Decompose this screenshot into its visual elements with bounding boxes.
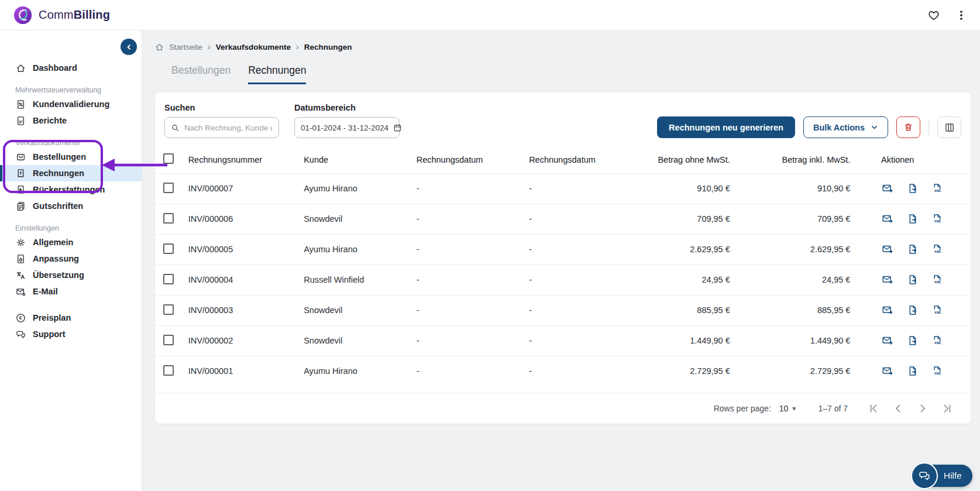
download-xml-button[interactable]: XML bbox=[932, 366, 943, 376]
header-rechnungsdatum-1[interactable]: Rechnungsdatum bbox=[412, 146, 524, 173]
sidebar-item-label: Bestellungen bbox=[33, 152, 86, 162]
export-document-button[interactable] bbox=[907, 366, 918, 376]
sidebar-item-bestellungen[interactable]: Bestellungen bbox=[0, 149, 142, 165]
row-checkbox[interactable] bbox=[163, 365, 174, 376]
breadcrumb-item-startseite[interactable]: Startseite bbox=[169, 43, 202, 51]
bulk-actions-button[interactable]: Bulk Actions bbox=[803, 116, 888, 138]
sidebar-item-label: Übersetzung bbox=[33, 270, 84, 280]
export-document-button[interactable] bbox=[907, 305, 918, 315]
sidebar-item-rueckerstattungen[interactable]: Rückerstattungen bbox=[0, 181, 142, 198]
favorites-heart-icon[interactable] bbox=[927, 9, 940, 22]
date-range-field[interactable]: 01-01-2024 - 31-12-2024 bbox=[294, 117, 400, 138]
invoice-date: - bbox=[412, 234, 524, 265]
delete-button[interactable] bbox=[896, 116, 920, 138]
next-page-button[interactable] bbox=[914, 400, 931, 417]
invoice-number: INV/000002 bbox=[184, 325, 300, 356]
customer-name: Snowdevil bbox=[299, 325, 411, 356]
table-row: INV/000006 Snowdevil - - 709,95 € 709,95… bbox=[155, 204, 971, 234]
sidebar-item-rechnungen[interactable]: € Rechnungen bbox=[0, 165, 142, 181]
previous-page-button[interactable] bbox=[890, 400, 906, 417]
row-checkbox[interactable] bbox=[163, 183, 174, 193]
svg-text:€: € bbox=[19, 315, 22, 321]
search-label: Suchen bbox=[164, 103, 279, 112]
invoice-date: - bbox=[412, 295, 524, 325]
first-page-button[interactable] bbox=[865, 400, 882, 417]
row-checkbox[interactable] bbox=[163, 213, 174, 224]
export-document-button[interactable] bbox=[907, 274, 918, 285]
sidebar-item-support[interactable]: Support bbox=[0, 326, 142, 342]
download-xml-button[interactable]: XML bbox=[932, 274, 943, 285]
send-email-button[interactable] bbox=[882, 274, 893, 285]
amount-net: 885,95 € bbox=[625, 295, 734, 325]
send-email-button[interactable] bbox=[882, 244, 893, 255]
mail-send-icon bbox=[882, 366, 893, 376]
tab-bestellungen[interactable]: Bestellungen bbox=[171, 64, 231, 84]
refund-return-icon bbox=[15, 185, 26, 195]
sidebar-section-settings: Einstellungen bbox=[0, 224, 142, 232]
sidebar-item-uebersetzung[interactable]: Übersetzung bbox=[0, 267, 142, 283]
select-all-checkbox[interactable] bbox=[163, 153, 174, 164]
export-document-button[interactable] bbox=[907, 214, 918, 224]
help-button[interactable]: Hilfe bbox=[913, 465, 972, 487]
download-xml-button[interactable]: XML bbox=[932, 305, 943, 315]
send-email-button[interactable] bbox=[882, 183, 893, 194]
export-document-button[interactable] bbox=[907, 183, 918, 194]
file-export-icon bbox=[907, 214, 918, 224]
mail-send-icon bbox=[882, 305, 893, 315]
page-range-text: 1–7 of 7 bbox=[818, 404, 848, 413]
rows-per-page-label: Rows per page: bbox=[714, 404, 771, 413]
sidebar-item-berichte[interactable]: Berichte bbox=[0, 112, 142, 129]
help-button-label: Hilfe bbox=[944, 471, 962, 480]
sidebar-item-anpassung[interactable]: Anpassung bbox=[0, 250, 142, 267]
amount-gross: 2.729,95 € bbox=[735, 356, 855, 386]
invoice-euro-icon: € bbox=[15, 169, 26, 178]
download-xml-button[interactable]: XML bbox=[932, 335, 943, 346]
row-checkbox[interactable] bbox=[163, 335, 174, 345]
sidebar-collapse-button[interactable] bbox=[121, 39, 137, 55]
send-email-button[interactable] bbox=[882, 214, 893, 224]
sidebar-item-dashboard[interactable]: Dashboard bbox=[0, 60, 142, 76]
column-settings-button[interactable] bbox=[937, 116, 961, 138]
rows-per-page-value: 10 bbox=[779, 404, 789, 413]
header-rechnungsnummer[interactable]: Rechnungsnummer bbox=[184, 146, 300, 173]
send-email-button[interactable] bbox=[882, 335, 893, 346]
amount-gross: 1.449,90 € bbox=[735, 325, 855, 356]
xml-file-icon: XML bbox=[932, 274, 943, 285]
brand-name: CommBilling bbox=[39, 8, 110, 22]
sidebar-section-vat: Mehrwertsteuerverwaltung bbox=[0, 86, 142, 94]
sidebar-item-kundenvalidierung[interactable]: Kundenvalidierung bbox=[0, 96, 142, 112]
download-xml-button[interactable]: XML bbox=[932, 214, 943, 224]
chat-bubbles-icon bbox=[15, 329, 26, 339]
search-input[interactable] bbox=[184, 123, 273, 132]
search-field[interactable] bbox=[164, 117, 279, 138]
export-document-button[interactable] bbox=[907, 244, 918, 255]
top-header: CommBilling bbox=[0, 0, 980, 30]
header-kunde[interactable]: Kunde bbox=[299, 146, 411, 173]
regenerate-invoices-button[interactable]: Rechnungen neu generieren bbox=[657, 116, 795, 138]
header-betrag-ohne-mwst[interactable]: Betrag ohne MwSt. bbox=[625, 146, 734, 173]
breadcrumb-item-verkaufsdokumente[interactable]: Verkaufsdokumente bbox=[216, 43, 291, 51]
sidebar-item-preisplan[interactable]: € Preisplan bbox=[0, 310, 142, 326]
sidebar-item-gutschriften[interactable]: Gutschriften bbox=[0, 198, 142, 214]
export-document-button[interactable] bbox=[907, 335, 918, 346]
kebab-menu-icon[interactable] bbox=[955, 9, 967, 21]
xml-file-icon: XML bbox=[932, 183, 943, 194]
send-email-button[interactable] bbox=[882, 305, 893, 315]
header-aktionen: Aktionen bbox=[855, 146, 971, 173]
breadcrumb-home-icon[interactable] bbox=[155, 43, 164, 51]
rows-per-page-select[interactable]: 10 ▾ bbox=[779, 404, 796, 413]
row-checkbox[interactable] bbox=[163, 304, 174, 315]
header-rechnungsdatum-2[interactable]: Rechnungsdatum bbox=[524, 146, 625, 173]
file-export-icon bbox=[907, 274, 918, 285]
sidebar-item-allgemein[interactable]: Allgemein bbox=[0, 234, 142, 250]
send-email-button[interactable] bbox=[882, 366, 893, 376]
header-betrag-inkl-mwst[interactable]: Betrag inkl. MwSt. bbox=[735, 146, 855, 173]
download-xml-button[interactable]: XML bbox=[932, 183, 943, 194]
row-checkbox[interactable] bbox=[163, 243, 174, 254]
last-page-button[interactable] bbox=[939, 400, 955, 417]
svg-text:€: € bbox=[19, 170, 22, 176]
row-checkbox[interactable] bbox=[163, 274, 174, 284]
download-xml-button[interactable]: XML bbox=[932, 244, 943, 255]
sidebar-item-email[interactable]: E-Mail bbox=[0, 283, 142, 300]
tab-rechnungen[interactable]: Rechnungen bbox=[248, 64, 306, 84]
